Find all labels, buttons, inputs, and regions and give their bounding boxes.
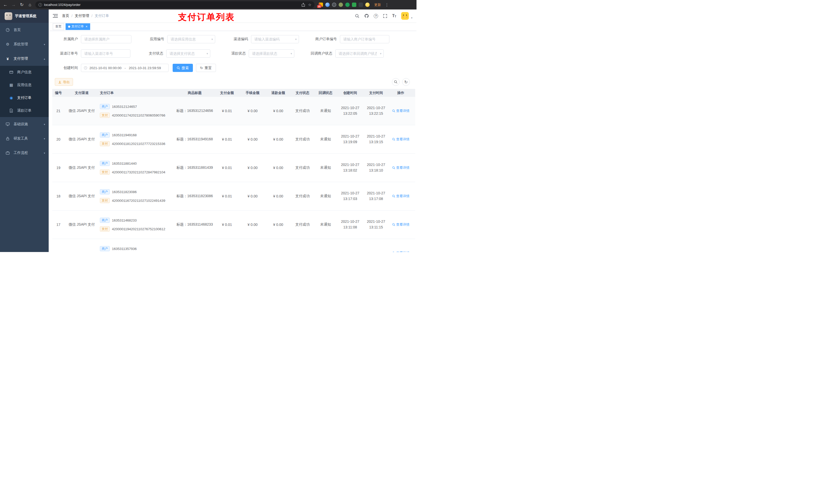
reset-button[interactable]: ↻ 重置 [196,64,216,72]
app-id-select[interactable] [167,35,215,43]
browser-menu-icon[interactable]: ⋮ [384,3,389,7]
back-icon[interactable]: ← [3,3,8,7]
avatar[interactable] [401,12,409,20]
sidebar-item-label: 研发工具 [14,136,28,141]
sidebar-item-workflow[interactable]: 工作流程 ▾ [0,146,49,160]
extension-icon[interactable] [359,3,363,7]
tab-home[interactable]: 首页 [53,23,64,30]
view-detail-link[interactable]: 查看详情 [392,109,410,113]
notify-status-select[interactable] [335,49,384,57]
extension-drop-icon[interactable] [325,3,330,7]
pay-time-cell: 2021-10-27 13:11:15 [363,211,389,239]
sidebar-item-payment-management[interactable]: ¥ 支付管理 ▴ [0,51,49,66]
sidebar-item-home[interactable]: 首页 [0,23,49,37]
refund-status-select[interactable] [249,49,294,57]
url-text[interactable]: localhost:1024/pay/order [44,3,300,7]
filter-label: 渠道订单号 [52,51,81,56]
extensions-strip: 10 [319,3,370,7]
card-icon [9,70,14,74]
close-icon[interactable]: × [86,25,88,28]
extension-icon[interactable] [352,3,356,7]
url-bar[interactable]: i localhost:1024/pay/order ☆ [35,1,314,8]
font-size-icon[interactable]: TT [392,14,396,18]
extension-icon[interactable]: 10 [319,3,323,7]
reload-icon[interactable]: ↻ [19,3,25,7]
product-title-cell: 标题：1635311949168 [175,125,214,153]
export-button[interactable]: 导出 [55,78,73,86]
toggle-search-button[interactable] [392,78,400,86]
merchant-filter-input[interactable] [81,35,132,43]
chevron-down-icon: ▾ [44,152,45,154]
pay-channel-cell: 微信 JSAPI 支付 [65,125,99,153]
forward-icon[interactable]: → [11,3,16,7]
notify-status-cell: 未通知 [314,125,337,153]
sidebar-item-dev-tools[interactable]: 研发工具 ▾ [0,131,49,146]
pay-order-cell: 商户 1635311949168 支付 42000011812021102777… [99,125,175,153]
sidebar-item-label: 退款订单 [17,108,31,113]
home-icon[interactable]: ⌂ [27,3,33,7]
pay-tag: 支付 [100,170,110,175]
view-detail-link[interactable]: 查看详情 [392,137,410,142]
fee-amount-cell: ¥ 0.00 [240,211,265,239]
hamburger-icon[interactable] [53,14,58,18]
column-header: 退款金额 [265,89,291,97]
share-icon[interactable] [302,3,305,7]
filter-label: 创建时间 [52,66,81,70]
product-title-cell: 标题：1635311468233 [175,211,214,239]
sidebar-item-label: 工作流程 [14,150,28,155]
extension-icon[interactable] [332,3,336,7]
sidebar-item-payment-order[interactable]: ◉ 支付订单 [0,91,49,104]
sidebar-item-label: 应用信息 [17,83,31,87]
create-time-cell: 2021-10-27 13:19:09 [337,125,363,153]
help-icon[interactable]: ? [374,14,378,18]
action-cell: 查看详情 [389,239,413,252]
refund-amount-cell: ¥ 0.00 [265,154,291,182]
breadcrumb-payment-management[interactable]: 支付管理 [75,14,89,18]
browser-update-button[interactable]: 更新 [374,3,381,7]
github-icon[interactable] [364,14,369,18]
extension-icon[interactable] [339,3,343,7]
search-icon[interactable] [355,14,359,18]
orders-table: 编号 支付渠道 支付订单 商品标题 支付金额 手续金额 退款金额 支付状态 回调… [52,89,415,252]
pay-order-cell: 商户 1635311881440 支付 42000011732021102728… [99,154,175,182]
bookmark-star-icon[interactable]: ☆ [308,3,311,7]
pay-status-select[interactable] [166,49,210,57]
notify-status-cell: 未通知 [314,211,337,239]
grid-icon: ▦ [9,83,14,87]
sidebar-item-system-management[interactable]: ⚙ 系统管理 ▾ [0,37,49,51]
pay-tag: 支付 [100,226,110,232]
sidebar-item-refund-order[interactable]: 退款订单 [0,104,49,117]
sidebar-item-app-info[interactable]: ▦ 应用信息 [0,79,49,91]
view-detail-link[interactable]: 查看详情 [392,165,410,170]
channel-order-no-input[interactable] [81,49,130,57]
filter-label: 所属商户 [52,37,81,42]
refresh-table-button[interactable]: ↻ [402,78,410,86]
date-start[interactable]: 2021-10-01 00:00:00 [89,66,121,70]
fullscreen-icon[interactable] [383,14,387,18]
order-id-cell [52,239,65,252]
filter-label: 商户订单编号 [299,37,340,42]
site-info-icon[interactable]: i [39,3,42,7]
search-button[interactable]: 搜索 [173,64,193,72]
column-header: 支付订单 [99,89,175,97]
create-time-range-picker[interactable]: 2021-10-01 00:00:00 - 2021-10-31 23:59:5… [81,64,169,72]
refund-amount-cell: ¥ 0.00 [265,211,291,239]
order-id-cell: 20 [52,125,65,153]
filter-label: 应用编号 [132,37,167,42]
sidebar-item-merchant-info[interactable]: 商户信息 [0,66,49,79]
breadcrumb-home[interactable]: 首页 [62,14,69,18]
extension-icon[interactable] [345,3,350,7]
merchant-order-no-input[interactable] [340,35,389,43]
channel-code-select[interactable] [251,35,299,43]
view-detail-link[interactable]: 查看详情 [392,194,410,198]
pay-channel-cell: 微信 JSAPI 支付 [65,211,99,239]
tab-payment-order[interactable]: 支付订单 × [66,23,90,30]
view-detail-link[interactable]: 查看详情 [392,222,410,227]
extension-emoji-icon[interactable] [365,3,370,7]
sidebar-item-infrastructure[interactable]: 基础设施 ▾ [0,117,49,131]
view-detail-link[interactable]: 查看详情 [392,251,410,252]
avatar-caret-icon[interactable]: ▾ [411,16,412,20]
merchant-order-no: 1635312124657 [112,105,137,109]
date-end[interactable]: 2021-10-31 23:59:59 [129,66,161,70]
annotation-text: 支付订单列表 [178,11,235,23]
